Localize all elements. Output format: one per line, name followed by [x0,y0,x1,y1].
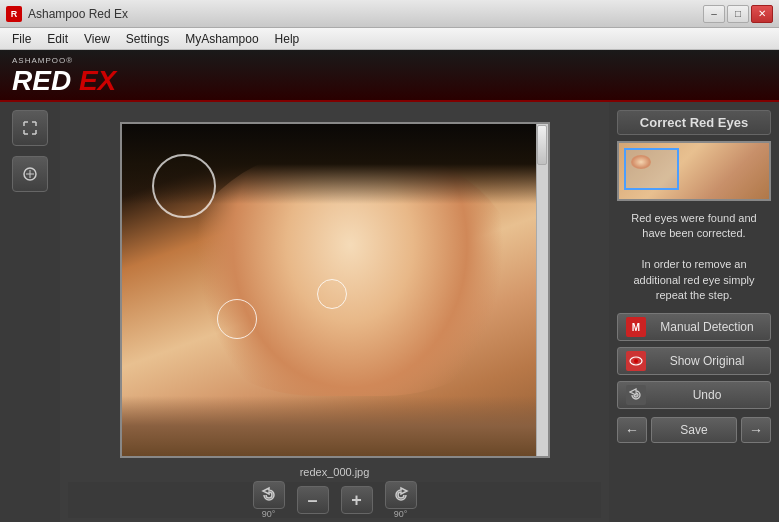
rotate-right-label: 90° [394,509,408,519]
zoom-in-icon: + [351,490,362,511]
rotate-left-icon [260,486,278,504]
image-wrapper: redex_000.jpg 90° – + [68,112,601,518]
menu-view[interactable]: View [76,30,118,48]
rotate-left-label: 90° [262,509,276,519]
menu-myashampoo[interactable]: MyAshampoo [177,30,266,48]
scrollbar-thumb[interactable] [537,125,547,165]
photo [122,124,548,456]
logo-container: ASHAMPOO® RED EX [12,56,116,95]
maximize-button[interactable]: □ [727,5,749,23]
titlebar: R Ashampoo Red Ex – □ ✕ [0,0,779,28]
close-button[interactable]: ✕ [751,5,773,23]
rotate-right-button[interactable] [385,481,417,509]
next-button[interactable]: → [741,417,771,443]
menu-settings[interactable]: Settings [118,30,177,48]
window-title: Ashampoo Red Ex [28,7,703,21]
panel-title: Correct Red Eyes [617,110,771,135]
bottom-toolbar: 90° – + 90° [68,482,601,518]
status-text: Red eyes were found and have been correc… [617,207,771,307]
undo-svg-icon [629,388,643,402]
manual-detection-label: Manual Detection [652,320,762,334]
image-filename: redex_000.jpg [300,466,370,478]
svg-point-2 [634,359,638,363]
logo-text: RED EX [12,67,116,95]
prev-button[interactable]: ← [617,417,647,443]
navigate-button[interactable] [12,156,48,192]
menu-file[interactable]: File [4,30,39,48]
rotate-left-button[interactable] [253,481,285,509]
nav-row: ← Save → [617,417,771,443]
save-label: Save [680,423,707,437]
image-area: redex_000.jpg 90° – + [60,102,609,522]
logo-brand: ASHAMPOO® [12,56,116,65]
manual-detection-button[interactable]: M Manual Detection [617,313,771,341]
logo-red: RED [12,65,79,96]
logo-ex: EX [79,65,116,96]
fit-icon [22,120,38,136]
navigate-icon [22,166,38,182]
zoom-in-button[interactable]: + [341,486,373,514]
show-original-icon [626,351,646,371]
menu-help[interactable]: Help [267,30,308,48]
show-original-button[interactable]: Show Original [617,347,771,375]
undo-button[interactable]: Undo [617,381,771,409]
left-sidebar [0,102,60,522]
menu-edit[interactable]: Edit [39,30,76,48]
manual-detection-icon: M [626,317,646,337]
rotate-right-group: 90° [385,481,417,519]
show-original-label: Show Original [652,354,762,368]
rotate-right-icon [392,486,410,504]
rotate-left-group: 90° [253,481,285,519]
undo-label: Undo [652,388,762,402]
minimize-button[interactable]: – [703,5,725,23]
undo-icon [626,385,646,405]
right-panel: Correct Red Eyes Red eyes were found and… [609,102,779,522]
scrollbar[interactable] [536,124,548,456]
zoom-fit-button[interactable] [12,110,48,146]
zoom-out-button[interactable]: – [297,486,329,514]
save-button[interactable]: Save [651,417,737,443]
image-container[interactable] [120,122,550,458]
zoom-out-icon: – [307,490,317,511]
preview-thumbnail [617,141,771,201]
logo-bar: ASHAMPOO® RED EX [0,50,779,102]
preview-selection-rect [624,148,679,190]
eye-svg-icon [629,356,643,366]
window-controls: – □ ✕ [703,5,773,23]
menubar: File Edit View Settings MyAshampoo Help [0,28,779,50]
app-icon: R [6,6,22,22]
main-area: redex_000.jpg 90° – + [0,102,779,522]
